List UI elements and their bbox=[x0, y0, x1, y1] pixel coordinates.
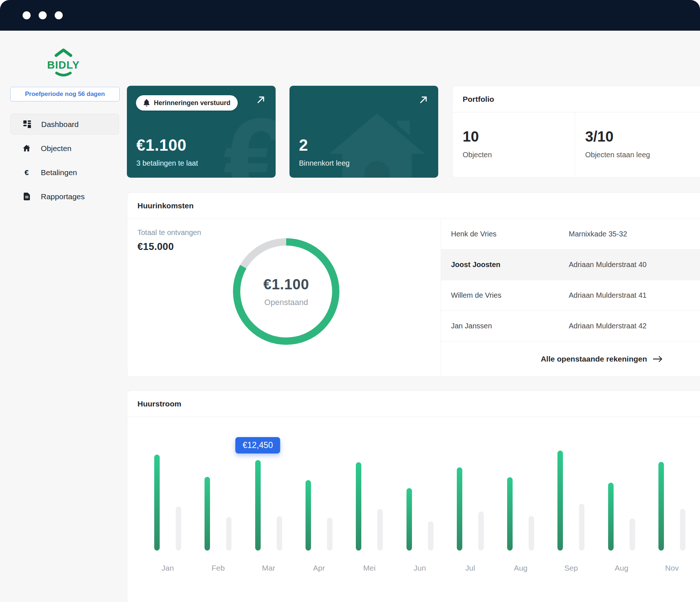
bar-previous[interactable] bbox=[277, 516, 282, 551]
bar-current[interactable] bbox=[205, 477, 210, 551]
huurinkomsten-chart-panel: Totaal te ontvangen €15.000 €1.100 Opens… bbox=[127, 219, 441, 377]
tenant-address: Adriaan Mulderstraat 40 bbox=[569, 261, 646, 269]
bar-previous[interactable] bbox=[478, 512, 484, 551]
bell-icon bbox=[143, 99, 150, 107]
bar-current[interactable] bbox=[658, 462, 664, 551]
bar-current[interactable] bbox=[306, 480, 311, 551]
month-label: Nov bbox=[650, 564, 694, 572]
stat-value: 10 bbox=[463, 128, 575, 145]
bar-previous[interactable] bbox=[680, 509, 685, 551]
bar-previous[interactable] bbox=[226, 517, 232, 551]
all-open-invoices-link[interactable]: Alle openstaande rekeningen bbox=[541, 355, 662, 363]
sidebar-nav: Dashboard Objecten € Betalingen Rapp bbox=[10, 114, 119, 210]
open-arrow-icon[interactable] bbox=[256, 94, 266, 105]
month-label: Jun bbox=[398, 564, 442, 572]
tenant-row[interactable]: Willem de VriesAdriaan Mulderstraat 41 bbox=[441, 280, 700, 311]
euro-watermark-icon: € bbox=[223, 100, 276, 178]
dashboard-grid-icon bbox=[23, 120, 31, 128]
stat-label: Objecten staan leeg bbox=[585, 151, 697, 159]
huurstroom-bar-chart: JanFebMar€12,450AprMeiJunJulAugSepAugNov bbox=[127, 417, 700, 602]
stat-label: Objecten bbox=[463, 151, 575, 159]
stat-value: 3/10 bbox=[585, 128, 697, 145]
month-label: Sep bbox=[549, 564, 593, 572]
bidly-logo-icon: BIDLY bbox=[45, 47, 82, 82]
portfolio-stat-objecten: 10 Objecten bbox=[452, 112, 575, 178]
tenant-address: Adriaan Mulderstraat 42 bbox=[569, 322, 646, 330]
bar-previous[interactable] bbox=[377, 509, 383, 551]
reminders-badge-label: Herinneringen verstuurd bbox=[154, 99, 230, 107]
app-window: BIDLY Proefperiode nog 56 dagen bbox=[0, 0, 700, 602]
sidebar: BIDLY Proefperiode nog 56 dagen bbox=[0, 31, 127, 602]
dashboard-page: BIDLY Proefperiode nog 56 dagen bbox=[0, 31, 700, 602]
bar-current[interactable] bbox=[507, 477, 513, 551]
tenant-address: Marnixkade 35-32 bbox=[569, 230, 627, 238]
portfolio-title: Portfolio bbox=[452, 86, 700, 112]
huurstroom-title: Huurstroom bbox=[127, 391, 700, 417]
tenant-list-footer: Alle openstaande rekeningen bbox=[441, 341, 700, 377]
tenant-address: Adriaan Mulderstraat 41 bbox=[569, 291, 646, 300]
huurinkomsten-card: Huurinkomsten Totaal te ontvangen €15.00… bbox=[127, 192, 700, 377]
tenant-row[interactable]: Jan JanssenAdriaan Mulderstraat 42 bbox=[441, 311, 700, 341]
document-icon bbox=[23, 193, 31, 200]
outstanding-donut-chart: €1.100 Openstaand bbox=[233, 238, 339, 345]
bar-current[interactable] bbox=[457, 467, 462, 551]
bar-current[interactable] bbox=[557, 451, 563, 551]
sidebar-item-label: Rapportages bbox=[41, 192, 85, 201]
bar-current[interactable] bbox=[407, 488, 412, 551]
huurstroom-card: Huurstroom JanFebMar€12,450AprMeiJunJulA… bbox=[127, 390, 700, 602]
month-label: Feb bbox=[196, 564, 240, 572]
stat-cards-row: € Herinneringen verstuurd €1.100 3 betal… bbox=[127, 86, 700, 178]
house-icon bbox=[23, 144, 31, 152]
sidebar-item-label: Betalingen bbox=[41, 168, 77, 177]
tenant-row[interactable]: Henk de VriesMarnixkade 35-32 bbox=[441, 219, 700, 250]
main-content: € Herinneringen verstuurd €1.100 3 betal… bbox=[127, 31, 700, 602]
sidebar-item-rapportages[interactable]: Rapportages bbox=[10, 186, 119, 207]
bar-tooltip: €12,450 bbox=[236, 437, 280, 454]
bar-current[interactable] bbox=[356, 462, 361, 551]
trial-period-button[interactable]: Proefperiode nog 56 dagen bbox=[10, 87, 120, 101]
bidly-logo[interactable]: BIDLY bbox=[0, 47, 127, 82]
sidebar-item-dashboard[interactable]: Dashboard bbox=[10, 114, 119, 135]
bar-previous[interactable] bbox=[630, 518, 635, 551]
huurinkomsten-body: Totaal te ontvangen €15.000 €1.100 Opens… bbox=[127, 219, 700, 377]
sidebar-item-label: Dashboard bbox=[41, 120, 79, 129]
bar-previous[interactable] bbox=[176, 506, 181, 551]
month-label: Aug bbox=[600, 564, 643, 572]
outstanding-amount: €1.100 bbox=[263, 276, 309, 293]
portfolio-body: 10 Objecten 3/10 Objecten staan leeg bbox=[452, 112, 700, 178]
sidebar-item-label: Objecten bbox=[41, 144, 71, 153]
all-open-invoices-label: Alle openstaande rekeningen bbox=[541, 355, 647, 363]
window-titlebar bbox=[0, 0, 700, 31]
huurinkomsten-title: Huurinkomsten bbox=[127, 193, 700, 219]
reminders-badge: Herinneringen verstuurd bbox=[136, 95, 238, 111]
tenant-rows: Henk de VriesMarnixkade 35-32Joost Joost… bbox=[441, 219, 700, 341]
outstanding-label: Openstaand bbox=[264, 298, 308, 307]
month-label: Jul bbox=[448, 564, 492, 572]
bar-current[interactable] bbox=[154, 455, 160, 551]
bar-previous[interactable] bbox=[529, 516, 534, 551]
portfolio-card: Portfolio 10 Objecten 3/10 Objecten staa… bbox=[452, 86, 700, 178]
window-control-dot[interactable] bbox=[23, 11, 31, 19]
window-control-dot[interactable] bbox=[39, 11, 47, 19]
sidebar-item-objecten[interactable]: Objecten bbox=[10, 138, 119, 159]
open-arrow-icon[interactable] bbox=[419, 94, 429, 105]
reminders-card[interactable]: € Herinneringen verstuurd €1.100 3 betal… bbox=[127, 86, 276, 178]
sidebar-item-betalingen[interactable]: € Betalingen bbox=[10, 162, 119, 183]
tenant-row[interactable]: Joost JoostenAdriaan Mulderstraat 40 bbox=[441, 250, 700, 280]
bar-previous[interactable] bbox=[579, 504, 584, 551]
window-control-dot[interactable] bbox=[55, 11, 63, 19]
month-label: Jan bbox=[146, 564, 190, 572]
month-label: Mei bbox=[347, 564, 391, 572]
vacancy-card[interactable]: 2 Binnenkort leeg bbox=[289, 86, 438, 178]
bar-current[interactable] bbox=[608, 483, 614, 551]
arrow-right-icon bbox=[653, 356, 662, 362]
vacancy-subtitle: Binnenkort leeg bbox=[299, 159, 350, 167]
vacancy-count: 2 bbox=[299, 136, 308, 154]
bar-current[interactable] bbox=[255, 460, 261, 551]
portfolio-stat-leegstand: 3/10 Objecten staan leeg bbox=[575, 112, 697, 178]
svg-text:BIDLY: BIDLY bbox=[47, 59, 79, 71]
bar-previous[interactable] bbox=[327, 518, 332, 551]
tenant-name: Henk de Vries bbox=[441, 230, 569, 238]
donut-center: €1.100 Openstaand bbox=[240, 246, 332, 337]
bar-previous[interactable] bbox=[428, 521, 433, 551]
